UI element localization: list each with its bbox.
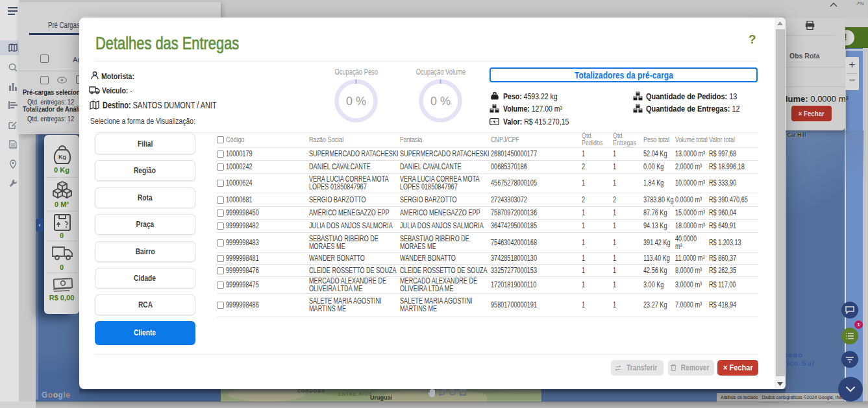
svg-text:0 %: 0 %: [346, 95, 366, 108]
svg-text:0 %: 0 %: [430, 95, 451, 108]
svg-text:Kg: Kg: [58, 154, 66, 160]
